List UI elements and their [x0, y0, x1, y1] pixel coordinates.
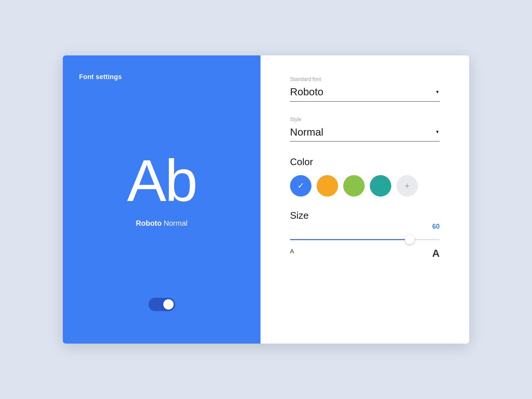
size-value-row: 60	[290, 223, 440, 231]
size-label: Size	[290, 210, 440, 221]
color-swatch-blue[interactable]: ✓	[290, 175, 311, 197]
standard-font-arrow-icon: ▼	[435, 89, 440, 95]
slider-labels: A A	[290, 248, 440, 259]
toggle-container	[79, 298, 244, 326]
color-swatch-teal[interactable]	[370, 175, 391, 197]
add-color-icon: +	[405, 181, 410, 191]
size-section: Size 60 A A	[290, 210, 440, 259]
color-label: Color	[290, 156, 440, 168]
color-section: Color ✓ +	[290, 156, 440, 197]
panel-title: Font settings	[79, 73, 122, 81]
size-slider-container	[290, 233, 440, 246]
ab-preview: Ab Roboto Normal	[79, 81, 244, 298]
style-section: Style Normal ▼	[290, 116, 440, 142]
style-value: Normal	[290, 126, 323, 139]
check-icon: ✓	[297, 181, 304, 191]
right-panel: Standard font Roboto ▼ Style Normal ▼ Co…	[260, 55, 469, 344]
font-style-label: Normal	[161, 219, 187, 227]
size-min-label: A	[290, 248, 294, 259]
color-swatches: ✓ +	[290, 175, 440, 197]
standard-font-dropdown[interactable]: Roboto ▼	[290, 86, 440, 102]
font-preview-text: Ab	[127, 151, 197, 210]
font-settings-card: Font settings Ab Roboto Normal Standard …	[63, 55, 469, 344]
style-arrow-icon: ▼	[435, 129, 440, 134]
color-swatch-orange[interactable]	[317, 175, 338, 197]
color-swatch-green[interactable]	[343, 175, 365, 197]
standard-font-label: Standard font	[290, 76, 440, 82]
standard-font-value: Roboto	[290, 86, 323, 98]
add-color-button[interactable]: +	[396, 175, 418, 197]
toggle-thumb	[163, 299, 174, 310]
size-value-display: 60	[432, 223, 440, 231]
standard-font-section: Standard font Roboto ▼	[290, 76, 440, 102]
left-panel: Font settings Ab Roboto Normal	[63, 55, 260, 344]
style-label: Style	[290, 116, 440, 122]
size-max-label: A	[432, 248, 440, 259]
style-dropdown[interactable]: Normal ▼	[290, 126, 440, 142]
font-name-bold: Roboto	[136, 219, 162, 227]
font-preview-label: Roboto Normal	[136, 219, 188, 228]
theme-toggle[interactable]	[149, 298, 175, 311]
